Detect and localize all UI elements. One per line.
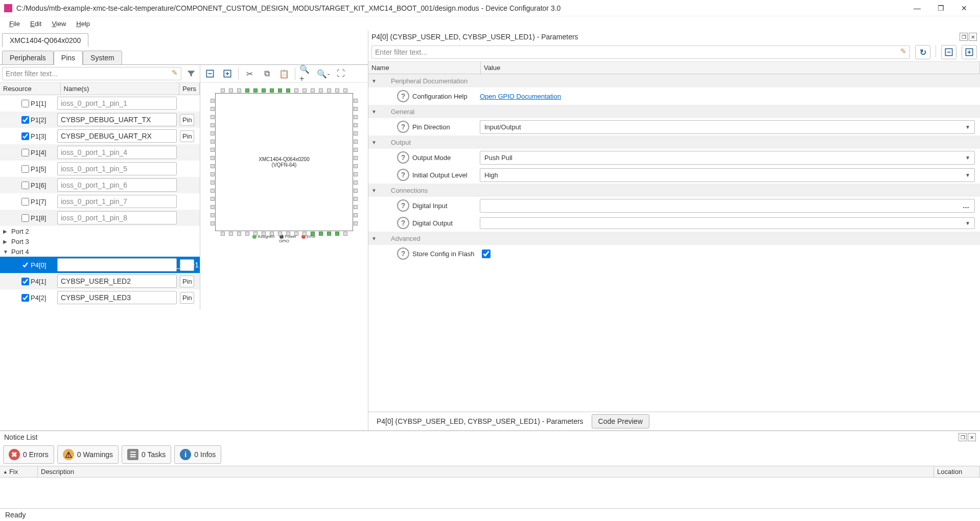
chip-pin[interactable] (211, 205, 215, 209)
chip-pin[interactable] (302, 88, 307, 93)
device-tab[interactable]: XMC1404-Q064x0200 (2, 33, 88, 47)
tab-pins[interactable]: Pins (54, 51, 83, 65)
chip-pin[interactable] (211, 140, 215, 144)
pin-name-input[interactable]: ioss_0_port_1_pin_6 (57, 178, 177, 192)
param-select[interactable]: Push Pull▼ (480, 151, 975, 165)
doc-link[interactable]: Open GPIO Documentation (480, 93, 561, 100)
chip-pin[interactable] (270, 88, 274, 93)
chip-pin[interactable] (354, 164, 358, 168)
chip-pin[interactable] (311, 232, 315, 236)
chip-pin[interactable] (237, 88, 241, 93)
param-assign[interactable]: … (480, 199, 975, 213)
warnings-button[interactable]: ⚠0 Warnings (57, 445, 119, 464)
pin-name-input[interactable]: ioss_0_port_1_pin_7 (57, 195, 177, 208)
zoom-in-icon[interactable]: 🔍+ (299, 67, 313, 80)
port-group[interactable]: ▶Port 2 (0, 226, 200, 236)
chip-pin[interactable] (354, 131, 358, 135)
pin-tree[interactable]: P1[1] ioss_0_port_1_pin_1 P1[2] CYBSP_DE… (0, 95, 200, 310)
param-group-header[interactable]: ▼Peripheral Documentation (368, 74, 980, 87)
pin-enable-checkbox[interactable] (21, 116, 29, 124)
chip-pin[interactable] (278, 88, 282, 93)
chip-pin[interactable] (354, 221, 358, 225)
pin-enable-checkbox[interactable] (21, 132, 29, 140)
tab-system[interactable]: System (83, 51, 122, 65)
menu-file[interactable]: File (5, 19, 24, 29)
help-icon[interactable]: ? (397, 169, 409, 181)
resource-filter-input[interactable]: Enter filter text... ✎ (2, 67, 181, 80)
chip-pin[interactable] (294, 88, 298, 93)
chip-pin[interactable] (211, 156, 215, 160)
tasks-button[interactable]: ☰0 Tasks (122, 445, 171, 464)
chip-pin[interactable] (211, 213, 215, 217)
port-group[interactable]: ▼Port 4 (0, 246, 200, 257)
chip-pin[interactable] (229, 88, 233, 93)
pin-row[interactable]: P1[5] ioss_0_port_1_pin_5 (0, 161, 200, 177)
infos-button[interactable]: i0 Infos (174, 445, 221, 464)
chip-pin[interactable] (354, 99, 358, 103)
chip-pin[interactable] (354, 123, 358, 127)
collapse-all-icon[interactable] (203, 67, 217, 80)
pin-enable-checkbox[interactable] (21, 261, 29, 269)
chip-pin[interactable] (270, 232, 274, 236)
param-collapse-all-icon[interactable] (941, 45, 956, 59)
minimize-button[interactable]: — (905, 0, 929, 16)
chip-pin[interactable] (335, 232, 339, 236)
pin-row[interactable]: P1[7] ioss_0_port_1_pin_7 (0, 193, 200, 210)
pin-name-input[interactable]: CYBSP_DEBUG_UART_RX (57, 129, 177, 143)
chip-pin[interactable] (221, 232, 225, 236)
chip-pin[interactable] (302, 232, 307, 236)
clear-param-filter-icon[interactable]: ✎ (900, 47, 906, 55)
pin-row[interactable]: P4[2] CYBSP_USER_LED3 Pin (0, 289, 200, 306)
notice-col-location[interactable]: Location (934, 466, 980, 477)
clear-filter-icon[interactable]: ✎ (172, 69, 178, 77)
pin-name-input[interactable]: ioss_0_port_1_pin_4 (57, 146, 177, 159)
zoom-fit-icon[interactable]: ⛶ (334, 67, 347, 80)
menu-view[interactable]: View (48, 19, 70, 29)
pin-enable-checkbox[interactable] (21, 149, 29, 156)
chip-diagram[interactable]: XMC1404-Q064x0200 (VQFN-64) (215, 93, 353, 231)
help-icon[interactable]: ? (397, 199, 409, 212)
chip-pin[interactable] (211, 180, 215, 185)
pin-name-input[interactable]: ioss_0_port_1_pin_8 (57, 211, 177, 224)
param-group-header[interactable]: ▼Advanced (368, 232, 980, 245)
personality-button[interactable]: Pin (180, 292, 194, 304)
pin-row[interactable]: P1[3] CYBSP_DEBUG_UART_RX Pin (0, 128, 200, 144)
pin-row[interactable]: P1[4] ioss_0_port_1_pin_4 (0, 144, 200, 161)
chip-pin[interactable] (253, 232, 258, 236)
help-icon[interactable]: ? (397, 151, 409, 164)
chip-pin[interactable] (237, 232, 241, 236)
menu-edit[interactable]: Edit (26, 19, 45, 29)
param-select[interactable]: ▼ (480, 217, 975, 229)
chip-pin[interactable] (211, 197, 215, 201)
chip-pin[interactable] (354, 107, 358, 111)
chip-pin[interactable] (211, 164, 215, 168)
chip-pin[interactable] (211, 99, 215, 103)
help-icon[interactable]: ? (397, 90, 409, 102)
notice-col-description[interactable]: Description (38, 466, 934, 477)
pin-name-input[interactable]: ioss_0_port_1_pin_1 (57, 97, 177, 110)
chip-pin[interactable] (354, 189, 358, 193)
pin-name-input[interactable]: CYBSP_USER_LED3 (57, 291, 177, 304)
chip-pin[interactable] (354, 156, 358, 160)
menu-help[interactable]: Help (72, 19, 94, 29)
errors-button[interactable]: ✖0 Errors (3, 445, 54, 464)
panel-close-icon[interactable]: ✕ (969, 33, 977, 41)
param-group-header[interactable]: ▼Connections (368, 184, 980, 197)
pin-enable-checkbox[interactable] (21, 278, 29, 285)
chip-pin[interactable] (335, 88, 339, 93)
chip-pin[interactable] (211, 123, 215, 127)
chip-pin[interactable] (211, 131, 215, 135)
chip-pin[interactable] (354, 148, 358, 152)
pin-enable-checkbox[interactable] (21, 165, 29, 173)
personality-button[interactable]: Pin (180, 276, 194, 287)
filter-icon[interactable] (184, 67, 198, 80)
param-group-header[interactable]: ▼General (368, 105, 980, 118)
chip-pin[interactable] (229, 232, 233, 236)
chip-pin[interactable] (327, 232, 331, 236)
notice-close-icon[interactable]: ✕ (968, 433, 976, 441)
chip-pin[interactable] (319, 232, 323, 236)
chip-pin[interactable] (354, 197, 358, 201)
pin-row[interactable]: P4[0] CYBSP_USER_LED,CYBSP_USER_LED1 Pin (0, 257, 200, 273)
pin-enable-checkbox[interactable] (21, 214, 29, 222)
chip-pin[interactable] (262, 232, 266, 236)
